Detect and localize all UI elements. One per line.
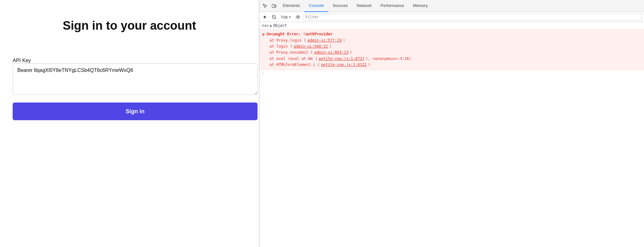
devtools-tab-bar: Elements Console Sources Network Perform… [259,0,644,12]
stack-prefix-5: at HTMLFormElement.i ( [270,62,320,68]
expand-row[interactable]: › [259,70,644,76]
nav-label: nav [262,23,269,28]
eye-icon[interactable] [294,13,302,21]
error-first-line: ⊗ Uncaught Error: !authProvider [262,32,641,37]
stack-line-4: at eval (eval at We (petite-vue.js:1:873… [270,56,641,62]
stack-prefix-3: at Proxy.onsubmit ( [270,50,313,56]
stack-link-4[interactable]: petite-vue.js:1:8737 [319,56,365,62]
error-main-message: Uncaught Error: !authProvider [266,32,333,36]
stack-line-3: at Proxy.onsubmit (admin-ui:863:13) [270,50,641,56]
stack-link-5[interactable]: petite-vue.js:1:8122 [321,62,367,68]
console-nav-row: nav ▶ Object [259,22,644,29]
stack-line-1: at Proxy.login (admin-ui:577:19) [270,38,641,44]
svg-rect-1 [275,5,276,7]
svg-point-5 [296,16,300,18]
stack-link-2[interactable]: admin-ui:568:32 [294,44,328,50]
inspect-element-icon[interactable] [261,2,270,10]
stack-line-2: at login (admin-ui:568:32) [270,44,641,50]
tab-elements[interactable]: Elements [278,0,304,12]
stack-prefix-1: at Proxy.login ( [270,38,306,44]
svg-rect-0 [272,4,275,8]
tab-sources[interactable]: Sources [328,0,352,12]
stack-prefix-2: at login ( [270,44,292,50]
device-toolbar-icon[interactable] [270,2,278,10]
tab-performance[interactable]: Performance [376,0,408,12]
chevron-down-icon: ▾ [289,15,291,19]
api-key-label: API Key [13,58,31,63]
sign-in-form: API Key Bearer 8qagXl0Y8eTNYgLCSb4QT6c6R… [6,58,252,120]
sign-in-panel: Sign in to your account API Key Bearer 8… [0,0,259,247]
nav-object-label: Object [273,23,287,28]
api-key-input[interactable]: Bearer 8qagXl0Y8eTNYgLCSb4QT6c6RYmeWxQ8 [13,63,258,95]
nav-expand-arrow[interactable]: ▶ [270,24,272,27]
devtools-panel: Elements Console Sources Network Perform… [259,0,644,247]
console-toolbar: top ▾ [259,12,644,22]
console-output: nav ▶ Object ⊗ Uncaught Error: !authProv… [259,22,644,247]
execute-script-icon[interactable] [261,13,269,21]
console-filter-input[interactable] [303,14,642,21]
stack-link-3[interactable]: admin-ui:863:13 [314,50,348,56]
expand-arrow-icon: › [262,72,264,75]
stack-link-1[interactable]: admin-ui:577:19 [307,38,342,44]
stack-line-5: at HTMLFormElement.i (petite-vue.js:1:81… [270,62,641,68]
error-block: ⊗ Uncaught Error: !authProvider at Proxy… [259,29,644,70]
tab-network[interactable]: Network [352,0,376,12]
error-icon: ⊗ [262,32,264,37]
svg-marker-2 [264,15,266,19]
svg-point-6 [297,16,299,18]
clear-console-icon[interactable] [270,13,278,21]
sign-in-button[interactable]: Sign in [13,103,258,120]
error-stack-trace: at Proxy.login (admin-ui:577:19) at logi… [270,38,641,68]
page-title: Sign in to your account [6,19,252,32]
stack-prefix-4: at eval (eval at We ( [270,56,318,62]
tab-memory[interactable]: Memory [409,0,432,12]
tab-console[interactable]: Console [304,0,328,12]
context-selector[interactable]: top ▾ [279,14,293,20]
